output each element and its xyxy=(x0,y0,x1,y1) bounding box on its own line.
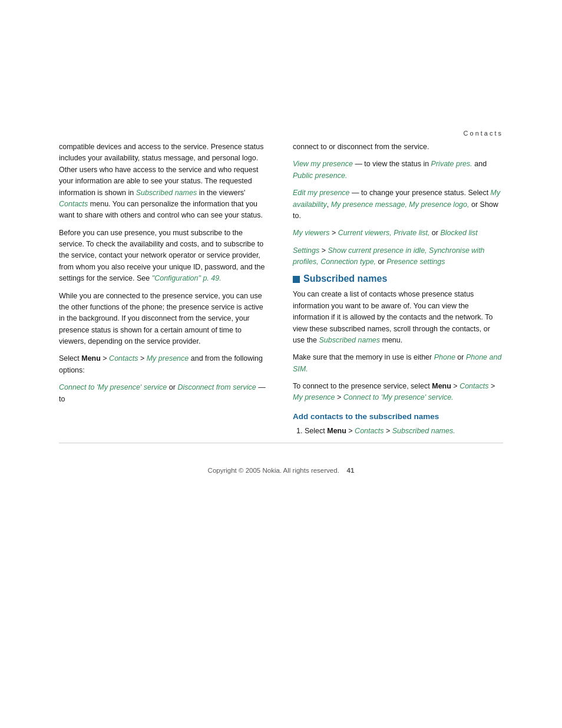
settings-link: Settings xyxy=(293,246,319,255)
left-para-3: While you are connected to the presence … xyxy=(59,291,269,348)
public-presence-link: Public presence. xyxy=(293,172,347,180)
add-contacts-list: Select Menu > Contacts > Subscribed name… xyxy=(305,426,503,437)
phone-link: Phone xyxy=(434,353,455,361)
content-area: compatible devices and access to the ser… xyxy=(0,141,562,443)
contacts-link-3: Contacts xyxy=(355,427,384,435)
connect-my-presence-link: Connect to 'My presence' service. xyxy=(343,393,454,401)
add-contacts-step1: Select Menu > Contacts > Subscribed name… xyxy=(305,426,503,437)
left-column: compatible devices and access to the ser… xyxy=(59,141,269,443)
subscribed-names-body2: Make sure that the memory in use is eith… xyxy=(293,352,503,375)
contacts-nav-link: Contacts xyxy=(109,354,138,363)
menu-bold-2: Menu xyxy=(432,382,451,390)
blocked-list-link: Blocked list xyxy=(440,229,477,237)
menu-bold: Menu xyxy=(81,354,101,363)
page: Contacts compatible devices and access t… xyxy=(0,0,562,728)
header-title: Contacts xyxy=(464,130,503,137)
connect-service-link: Connect to 'My presence' service xyxy=(59,383,167,391)
contacts-link-1: Contacts xyxy=(59,200,88,208)
my-presence-link-2: My presence xyxy=(293,393,335,401)
right-column: connect to or disconnect from the servic… xyxy=(293,141,503,443)
configuration-link: "Configuration" p. 49. xyxy=(152,274,222,282)
subscribed-names-body1: You can create a list of contacts whose … xyxy=(293,289,503,346)
connection-type-link: Connection type, xyxy=(320,258,376,266)
my-presence-logo-link: My presence logo, xyxy=(409,200,469,209)
subscribed-names-menu-link: Subscribed names xyxy=(319,336,380,344)
page-footer: Copyright © 2005 Nokia. All rights reser… xyxy=(0,455,562,480)
page-header: Contacts xyxy=(0,0,562,141)
right-connect-line: connect to or disconnect from the servic… xyxy=(293,141,503,153)
contacts-link-2: Contacts xyxy=(459,382,488,390)
view-my-presence-link: View my presence xyxy=(293,160,353,168)
my-presence-message-link: My presence message, xyxy=(331,200,407,209)
subscribed-names-heading: Subscribed names xyxy=(303,274,387,284)
footer-copyright: Copyright © 2005 Nokia. All rights reser… xyxy=(208,467,339,474)
menu-bold-3: Menu xyxy=(327,427,346,435)
right-view-my-presence: View my presence — to view the status in… xyxy=(293,159,503,182)
subscribed-names-link-1: Subscribed names xyxy=(136,189,197,197)
footer-page-number: 41 xyxy=(347,467,355,474)
section-square-icon xyxy=(293,276,300,283)
private-pres-link: Private pres. xyxy=(431,160,472,168)
disconnect-service-link: Disconnect from service xyxy=(177,383,256,391)
right-settings: Settings > Show current presence in idle… xyxy=(293,245,503,268)
subscribed-names-link-2: Subscribed names. xyxy=(392,427,455,435)
right-my-viewers: My viewers > Current viewers, Private li… xyxy=(293,228,503,239)
footer-divider xyxy=(59,443,503,443)
private-list-link: Private list, xyxy=(394,229,429,237)
subscribed-names-heading-block: Subscribed names xyxy=(293,274,503,284)
my-viewers-link: My viewers xyxy=(293,229,330,237)
my-presence-link-left: My presence xyxy=(147,354,189,363)
left-select-menu: Select Menu > Contacts > My presence and… xyxy=(59,353,269,376)
right-edit-my-presence: Edit my presence — to change your presen… xyxy=(293,187,503,222)
subscribed-names-body3: To connect to the presence service, sele… xyxy=(293,381,503,404)
current-viewers-link: Current viewers, xyxy=(338,229,392,237)
phone-sim-link: Phone and SIM. xyxy=(293,353,501,373)
add-contacts-subheading: Add contacts to the subscribed names xyxy=(293,412,503,421)
left-para-2: Before you can use presence, you must su… xyxy=(59,228,269,285)
presence-settings-link: Presence settings xyxy=(386,258,445,266)
edit-my-presence-link: Edit my presence xyxy=(293,189,350,197)
show-current-link: Show current presence in idle, xyxy=(328,246,427,255)
left-connect-line: Connect to 'My presence' service or Disc… xyxy=(59,382,269,405)
left-para-1: compatible devices and access to the ser… xyxy=(59,141,269,222)
